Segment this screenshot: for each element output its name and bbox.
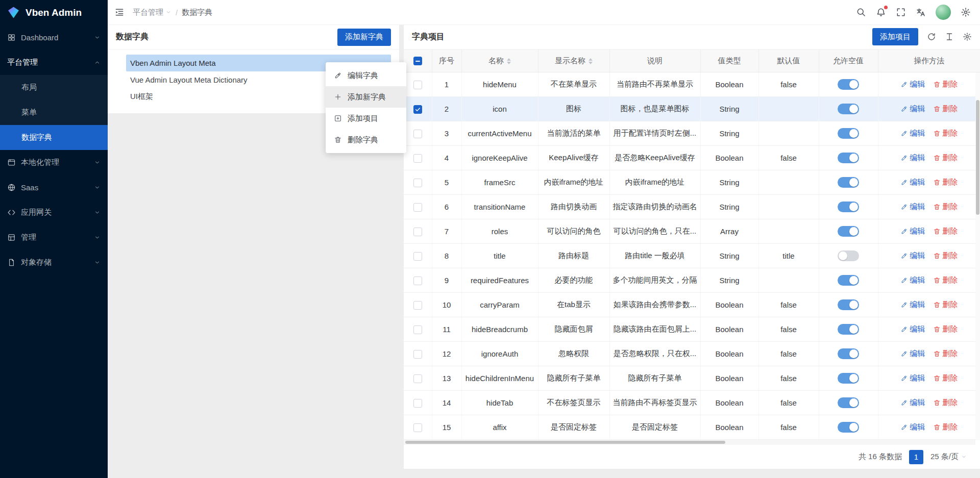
sidebar-item-platform-management[interactable]: 平台管理	[0, 50, 108, 75]
select-all-checkbox[interactable]	[413, 57, 422, 65]
row-checkbox[interactable]	[413, 203, 422, 212]
edit-row-button[interactable]: 编辑	[900, 251, 925, 261]
delete-row-button[interactable]: 删除	[933, 422, 958, 432]
vertical-scrollbar[interactable]	[975, 72, 980, 440]
context-menu-item-add-new-dict[interactable]: 添加新字典	[326, 86, 406, 108]
table-row[interactable]: 14hideTab不在标签页显示当前路由不再标签页显示Booleanfalse编…	[404, 391, 980, 415]
allow-null-toggle[interactable]	[838, 104, 859, 114]
delete-row-button[interactable]: 删除	[933, 251, 958, 261]
row-checkbox[interactable]	[413, 179, 422, 187]
edit-row-button[interactable]: 编辑	[900, 104, 925, 114]
sidebar-item-layout[interactable]: 布局	[0, 75, 108, 100]
row-checkbox[interactable]	[413, 228, 422, 236]
add-dict-button[interactable]: 添加新字典	[337, 29, 391, 46]
row-checkbox[interactable]	[413, 252, 422, 261]
table-row[interactable]: 12ignoreAuth忽略权限是否忽略权限，只在权...Booleanfals…	[404, 342, 980, 366]
delete-row-button[interactable]: 删除	[933, 324, 958, 334]
edit-row-button[interactable]: 编辑	[900, 300, 925, 310]
allow-null-toggle[interactable]	[838, 79, 859, 90]
horizontal-scrollbar[interactable]	[404, 440, 975, 445]
delete-row-button[interactable]: 删除	[933, 300, 958, 310]
translate-icon[interactable]	[916, 7, 926, 17]
row-checkbox[interactable]	[413, 130, 422, 138]
breadcrumb-item-parent[interactable]: 平台管理	[133, 8, 172, 17]
column-header-display_name[interactable]: 显示名称	[538, 49, 609, 72]
logo[interactable]: Vben Admin	[0, 0, 108, 25]
delete-row-button[interactable]: 删除	[933, 373, 958, 383]
allow-null-toggle[interactable]	[838, 299, 859, 310]
allow-null-toggle[interactable]	[838, 373, 859, 384]
delete-row-button[interactable]: 删除	[933, 153, 958, 163]
row-checkbox[interactable]	[413, 350, 422, 359]
allow-null-toggle[interactable]	[838, 153, 859, 163]
sort-icon[interactable]	[589, 58, 593, 64]
row-checkbox[interactable]	[413, 81, 422, 89]
table-row[interactable]: 9requiredFeatures必要的功能多个功能间用英文，分隔String编…	[404, 268, 980, 293]
page-size-select[interactable]: 25 条/页	[930, 452, 967, 462]
allow-null-toggle[interactable]	[838, 177, 859, 188]
page-number-button[interactable]: 1	[909, 450, 923, 464]
horizontal-scrollbar-thumb[interactable]	[405, 441, 725, 444]
context-menu-item-add-item[interactable]: 添加项目	[326, 108, 406, 129]
table-row[interactable]: 5frameSrc内嵌iframe的地址内嵌iframe的地址String编辑删…	[404, 170, 980, 195]
edit-row-button[interactable]: 编辑	[900, 398, 925, 408]
allow-null-toggle[interactable]	[838, 275, 859, 286]
delete-row-button[interactable]: 删除	[933, 80, 958, 89]
row-checkbox[interactable]	[413, 105, 422, 114]
edit-row-button[interactable]: 编辑	[900, 227, 925, 236]
notifications-button[interactable]	[876, 7, 886, 17]
delete-row-button[interactable]: 删除	[933, 129, 958, 138]
sidebar-item-object-storage[interactable]: 对象存储	[0, 250, 108, 275]
delete-row-button[interactable]: 删除	[933, 202, 958, 212]
row-checkbox[interactable]	[413, 423, 422, 432]
row-checkbox[interactable]	[413, 154, 422, 163]
edit-row-button[interactable]: 编辑	[900, 373, 925, 383]
sidebar-item-localization[interactable]: 本地化管理	[0, 150, 108, 175]
sidebar-item-data-dictionary[interactable]: 数据字典	[0, 125, 108, 150]
refresh-icon[interactable]	[927, 32, 936, 41]
edit-row-button[interactable]: 编辑	[900, 324, 925, 334]
edit-row-button[interactable]: 编辑	[900, 349, 925, 359]
allow-null-toggle[interactable]	[838, 397, 859, 408]
table-row[interactable]: 1hideMenu不在菜单显示当前路由不再菜单显示Booleanfalse编辑删…	[404, 72, 980, 97]
add-item-button[interactable]: 添加项目	[872, 28, 918, 45]
table-row[interactable]: 13hideChildrenInMenu隐藏所有子菜单隐藏所有子菜单Boolea…	[404, 366, 980, 391]
sidebar-item-dashboard[interactable]: Dashboard	[0, 25, 108, 50]
table-row[interactable]: 10carryParam在tab显示如果该路由会携带参数...Booleanfa…	[404, 293, 980, 317]
sidebar-item-menu[interactable]: 菜单	[0, 100, 108, 125]
row-height-icon[interactable]	[945, 32, 954, 41]
delete-row-button[interactable]: 删除	[933, 398, 958, 408]
allow-null-toggle[interactable]	[838, 226, 859, 237]
delete-row-button[interactable]: 删除	[933, 227, 958, 236]
delete-row-button[interactable]: 删除	[933, 275, 958, 285]
row-checkbox[interactable]	[413, 325, 422, 334]
delete-row-button[interactable]: 删除	[933, 104, 958, 114]
allow-null-toggle[interactable]	[838, 250, 859, 261]
fullscreen-icon[interactable]	[896, 7, 906, 17]
sort-icon[interactable]	[507, 58, 511, 64]
collapse-sidebar-button[interactable]	[114, 7, 125, 17]
edit-row-button[interactable]: 编辑	[900, 129, 925, 138]
allow-null-toggle[interactable]	[838, 202, 859, 212]
context-menu-item-edit-dict[interactable]: 编辑字典	[326, 65, 406, 86]
allow-null-toggle[interactable]	[838, 422, 859, 433]
table-row[interactable]: 7roles可以访问的角色可以访问的角色，只在...Array编辑删除	[404, 219, 980, 244]
allow-null-toggle[interactable]	[838, 324, 859, 335]
row-checkbox[interactable]	[413, 276, 422, 285]
row-checkbox[interactable]	[413, 301, 422, 310]
table-row[interactable]: 3currentActiveMenu当前激活的菜单用于配置详情页时左侧...St…	[404, 121, 980, 146]
row-checkbox[interactable]	[413, 374, 422, 383]
table-row[interactable]: 8title路由标题路由title 一般必填Stringtitle编辑删除	[404, 244, 980, 268]
vertical-scrollbar-thumb[interactable]	[976, 100, 979, 215]
search-icon[interactable]	[856, 7, 866, 17]
edit-row-button[interactable]: 编辑	[900, 80, 925, 89]
context-menu-item-delete-dict[interactable]: 删除字典	[326, 129, 406, 150]
delete-row-button[interactable]: 删除	[933, 178, 958, 187]
sidebar-item-management[interactable]: 管理	[0, 225, 108, 250]
allow-null-toggle[interactable]	[838, 348, 859, 359]
row-checkbox[interactable]	[413, 399, 422, 408]
table-row[interactable]: 2icon图标图标，也是菜单图标String编辑删除	[404, 97, 980, 121]
table-row[interactable]: 11hideBreadcrumb隐藏面包屑隐藏该路由在面包屑上...Boolea…	[404, 317, 980, 342]
allow-null-toggle[interactable]	[838, 128, 859, 139]
edit-row-button[interactable]: 编辑	[900, 275, 925, 285]
